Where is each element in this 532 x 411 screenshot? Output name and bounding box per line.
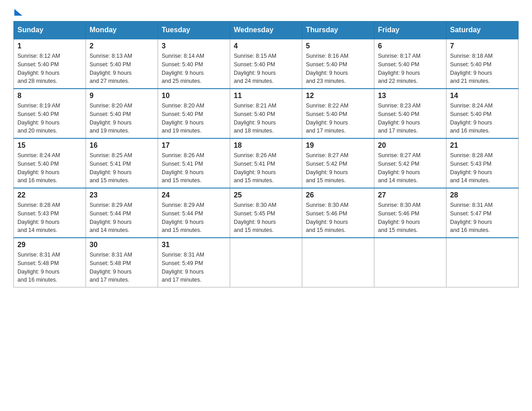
day-number: 25 <box>234 191 298 199</box>
day-info: Sunrise: 8:30 AMSunset: 5:46 PMDaylight:… <box>306 201 370 235</box>
page-header <box>13 9 519 17</box>
calendar-day-cell: 8Sunrise: 8:19 AMSunset: 5:40 PMDaylight… <box>14 89 86 138</box>
day-info: Sunrise: 8:27 AMSunset: 5:42 PMDaylight:… <box>378 151 442 185</box>
calendar-day-cell: 21Sunrise: 8:28 AMSunset: 5:43 PMDayligh… <box>446 138 519 188</box>
day-number: 28 <box>450 191 515 199</box>
day-info: Sunrise: 8:28 AMSunset: 5:43 PMDaylight:… <box>17 201 82 235</box>
day-of-week-header: Tuesday <box>158 21 230 39</box>
day-number: 11 <box>234 92 298 100</box>
calendar-day-cell: 5Sunrise: 8:16 AMSunset: 5:40 PMDaylight… <box>302 39 374 89</box>
day-info: Sunrise: 8:28 AMSunset: 5:43 PMDaylight:… <box>450 151 515 185</box>
day-number: 26 <box>306 191 370 199</box>
calendar-day-cell <box>230 238 302 287</box>
calendar-day-cell: 19Sunrise: 8:27 AMSunset: 5:42 PMDayligh… <box>302 138 374 188</box>
day-info: Sunrise: 8:23 AMSunset: 5:40 PMDaylight:… <box>378 102 442 135</box>
calendar-day-cell: 4Sunrise: 8:15 AMSunset: 5:40 PMDaylight… <box>230 39 302 89</box>
calendar-day-cell: 30Sunrise: 8:31 AMSunset: 5:48 PMDayligh… <box>86 238 158 287</box>
calendar-week-row: 8Sunrise: 8:19 AMSunset: 5:40 PMDaylight… <box>14 89 519 138</box>
calendar-day-cell: 9Sunrise: 8:20 AMSunset: 5:40 PMDaylight… <box>86 89 158 138</box>
calendar-day-cell: 16Sunrise: 8:25 AMSunset: 5:41 PMDayligh… <box>86 138 158 188</box>
calendar-header-row: SundayMondayTuesdayWednesdayThursdayFrid… <box>14 21 519 39</box>
day-info: Sunrise: 8:30 AMSunset: 5:45 PMDaylight:… <box>234 201 298 235</box>
day-info: Sunrise: 8:22 AMSunset: 5:40 PMDaylight:… <box>306 102 370 135</box>
day-of-week-header: Saturday <box>446 21 519 39</box>
day-info: Sunrise: 8:13 AMSunset: 5:40 PMDaylight:… <box>90 52 154 86</box>
calendar-day-cell: 31Sunrise: 8:31 AMSunset: 5:49 PMDayligh… <box>158 238 230 287</box>
calendar-week-row: 29Sunrise: 8:31 AMSunset: 5:48 PMDayligh… <box>14 238 519 287</box>
day-number: 18 <box>234 141 298 150</box>
day-info: Sunrise: 8:21 AMSunset: 5:40 PMDaylight:… <box>234 102 298 135</box>
day-info: Sunrise: 8:30 AMSunset: 5:46 PMDaylight:… <box>378 201 442 235</box>
day-info: Sunrise: 8:27 AMSunset: 5:42 PMDaylight:… <box>306 151 370 185</box>
day-number: 1 <box>17 42 82 50</box>
day-number: 17 <box>162 141 226 150</box>
day-number: 29 <box>17 241 82 249</box>
calendar-day-cell: 29Sunrise: 8:31 AMSunset: 5:48 PMDayligh… <box>14 238 86 287</box>
calendar-day-cell: 25Sunrise: 8:30 AMSunset: 5:45 PMDayligh… <box>230 188 302 238</box>
day-number: 9 <box>90 92 154 100</box>
day-info: Sunrise: 8:31 AMSunset: 5:49 PMDaylight:… <box>162 251 226 284</box>
calendar-day-cell: 14Sunrise: 8:24 AMSunset: 5:40 PMDayligh… <box>446 89 519 138</box>
day-number: 24 <box>162 191 226 199</box>
calendar-day-cell: 27Sunrise: 8:30 AMSunset: 5:46 PMDayligh… <box>374 188 446 238</box>
calendar-week-row: 15Sunrise: 8:24 AMSunset: 5:40 PMDayligh… <box>14 138 519 188</box>
calendar-day-cell <box>302 238 374 287</box>
day-number: 5 <box>306 42 370 50</box>
day-of-week-header: Thursday <box>302 21 374 39</box>
calendar-day-cell: 1Sunrise: 8:12 AMSunset: 5:40 PMDaylight… <box>14 39 86 89</box>
day-info: Sunrise: 8:20 AMSunset: 5:40 PMDaylight:… <box>90 102 154 135</box>
calendar-day-cell: 3Sunrise: 8:14 AMSunset: 5:40 PMDaylight… <box>158 39 230 89</box>
day-number: 23 <box>90 191 154 199</box>
calendar-week-row: 22Sunrise: 8:28 AMSunset: 5:43 PMDayligh… <box>14 188 519 238</box>
day-info: Sunrise: 8:15 AMSunset: 5:40 PMDaylight:… <box>234 52 298 86</box>
day-info: Sunrise: 8:20 AMSunset: 5:40 PMDaylight:… <box>162 102 226 135</box>
day-number: 7 <box>450 42 515 50</box>
day-info: Sunrise: 8:26 AMSunset: 5:41 PMDaylight:… <box>162 151 226 185</box>
day-info: Sunrise: 8:31 AMSunset: 5:48 PMDaylight:… <box>90 251 154 284</box>
calendar-day-cell: 22Sunrise: 8:28 AMSunset: 5:43 PMDayligh… <box>14 188 86 238</box>
calendar-day-cell: 15Sunrise: 8:24 AMSunset: 5:40 PMDayligh… <box>14 138 86 188</box>
calendar-day-cell: 10Sunrise: 8:20 AMSunset: 5:40 PMDayligh… <box>158 89 230 138</box>
day-number: 8 <box>17 92 82 100</box>
day-number: 20 <box>378 141 442 150</box>
day-number: 16 <box>90 141 154 150</box>
day-info: Sunrise: 8:12 AMSunset: 5:40 PMDaylight:… <box>17 52 82 86</box>
day-number: 4 <box>234 42 298 50</box>
day-info: Sunrise: 8:18 AMSunset: 5:40 PMDaylight:… <box>450 52 515 86</box>
day-info: Sunrise: 8:16 AMSunset: 5:40 PMDaylight:… <box>306 52 370 86</box>
day-info: Sunrise: 8:24 AMSunset: 5:40 PMDaylight:… <box>17 151 82 185</box>
calendar-table: SundayMondayTuesdayWednesdayThursdayFrid… <box>13 21 519 287</box>
calendar-day-cell: 13Sunrise: 8:23 AMSunset: 5:40 PMDayligh… <box>374 89 446 138</box>
day-number: 30 <box>90 241 154 249</box>
day-info: Sunrise: 8:14 AMSunset: 5:40 PMDaylight:… <box>162 52 226 86</box>
calendar-day-cell: 2Sunrise: 8:13 AMSunset: 5:40 PMDaylight… <box>86 39 158 89</box>
day-number: 15 <box>17 141 82 150</box>
logo-arrow-icon <box>14 9 22 16</box>
day-number: 27 <box>378 191 442 199</box>
calendar-day-cell: 11Sunrise: 8:21 AMSunset: 5:40 PMDayligh… <box>230 89 302 138</box>
day-info: Sunrise: 8:25 AMSunset: 5:41 PMDaylight:… <box>90 151 154 185</box>
calendar-day-cell: 18Sunrise: 8:26 AMSunset: 5:41 PMDayligh… <box>230 138 302 188</box>
day-number: 14 <box>450 92 515 100</box>
calendar-day-cell: 20Sunrise: 8:27 AMSunset: 5:42 PMDayligh… <box>374 138 446 188</box>
day-number: 10 <box>162 92 226 100</box>
day-of-week-header: Friday <box>374 21 446 39</box>
calendar-day-cell: 7Sunrise: 8:18 AMSunset: 5:40 PMDaylight… <box>446 39 519 89</box>
calendar-day-cell: 17Sunrise: 8:26 AMSunset: 5:41 PMDayligh… <box>158 138 230 188</box>
calendar-day-cell: 6Sunrise: 8:17 AMSunset: 5:40 PMDaylight… <box>374 39 446 89</box>
calendar-day-cell <box>374 238 446 287</box>
calendar-day-cell: 24Sunrise: 8:29 AMSunset: 5:44 PMDayligh… <box>158 188 230 238</box>
day-number: 19 <box>306 141 370 150</box>
day-number: 13 <box>378 92 442 100</box>
calendar-day-cell <box>446 238 519 287</box>
day-number: 31 <box>162 241 226 249</box>
day-number: 2 <box>90 42 154 50</box>
calendar-day-cell: 26Sunrise: 8:30 AMSunset: 5:46 PMDayligh… <box>302 188 374 238</box>
day-info: Sunrise: 8:17 AMSunset: 5:40 PMDaylight:… <box>378 52 442 86</box>
day-info: Sunrise: 8:29 AMSunset: 5:44 PMDaylight:… <box>90 201 154 235</box>
calendar-day-cell: 12Sunrise: 8:22 AMSunset: 5:40 PMDayligh… <box>302 89 374 138</box>
day-of-week-header: Wednesday <box>230 21 302 39</box>
calendar-day-cell: 28Sunrise: 8:31 AMSunset: 5:47 PMDayligh… <box>446 188 519 238</box>
day-info: Sunrise: 8:31 AMSunset: 5:47 PMDaylight:… <box>450 201 515 235</box>
day-number: 12 <box>306 92 370 100</box>
